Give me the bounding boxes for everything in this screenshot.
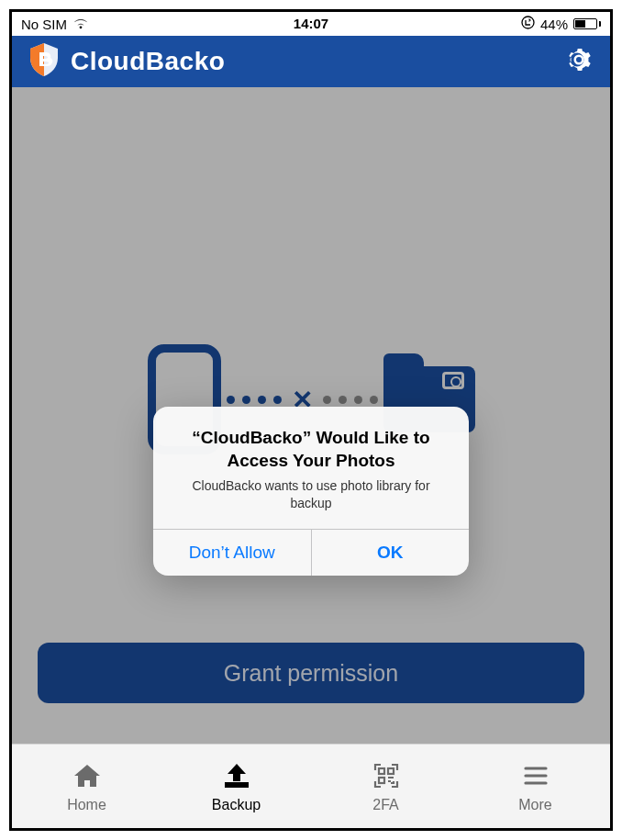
alert-ok-button[interactable]: OK — [311, 530, 470, 576]
app-logo-icon — [28, 42, 60, 81]
status-bar: No SIM 14:07 44% — [12, 12, 610, 36]
svg-rect-1 — [379, 768, 384, 774]
svg-rect-2 — [388, 768, 394, 774]
main-content: ✕ Grant permission “CloudBacko” Would Li… — [12, 87, 610, 744]
svg-rect-3 — [379, 778, 384, 783]
alert-title: “CloudBacko” Would Like to Access Your P… — [172, 427, 450, 472]
tab-home[interactable]: Home — [12, 745, 161, 828]
gear-icon — [564, 45, 594, 74]
hamburger-icon — [523, 760, 549, 791]
app-title: CloudBacko — [71, 47, 225, 76]
tab-bar: Home Backup 2FA — [12, 744, 610, 828]
tab-label: More — [518, 797, 551, 813]
app-header: CloudBacko — [12, 36, 610, 87]
battery-icon — [573, 18, 601, 29]
upload-icon — [221, 760, 252, 791]
phone-screen: No SIM 14:07 44% — [9, 9, 613, 831]
tab-label: Backup — [212, 797, 261, 813]
tab-backup[interactable]: Backup — [161, 745, 311, 828]
alert-dont-allow-button[interactable]: Don’t Allow — [153, 530, 311, 576]
qr-icon — [372, 760, 400, 791]
status-time: 14:07 — [12, 12, 610, 36]
home-icon — [72, 760, 102, 791]
tab-label: Home — [67, 797, 106, 813]
tab-more[interactable]: More — [461, 745, 610, 828]
tab-2fa[interactable]: 2FA — [311, 745, 461, 828]
settings-button[interactable] — [564, 45, 594, 78]
alert-message: CloudBacko wants to use photo library fo… — [172, 477, 450, 512]
system-permission-alert: “CloudBacko” Would Like to Access Your P… — [153, 407, 469, 576]
tab-label: 2FA — [372, 797, 398, 813]
